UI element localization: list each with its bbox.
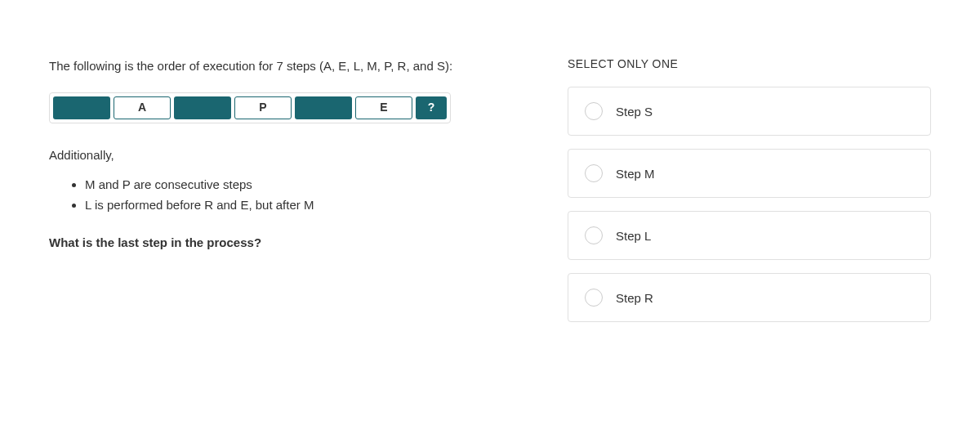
step-slot-6: E [355,96,412,119]
radio-icon [585,226,603,244]
step-slot-2: A [114,96,171,119]
clue-item: L is performed before R and E, but after… [85,196,502,215]
question-panel: The following is the order of execution … [49,57,502,335]
step-sequence: A P E ? [49,92,451,123]
additionally-label: Additionally, [49,146,502,165]
radio-icon [585,102,603,120]
answers-panel: SELECT ONLY ONE Step S Step M Step L Ste… [568,57,931,335]
step-slot-4: P [234,96,292,119]
radio-icon [585,164,603,182]
step-slot-5 [295,96,352,119]
answer-option-s[interactable]: Step S [568,87,931,136]
quiz-container: The following is the order of execution … [0,0,980,368]
answer-label: Step S [616,105,653,119]
answer-option-l[interactable]: Step L [568,211,931,260]
clue-list: M and P are consecutive steps L is perfo… [49,176,502,214]
step-slot-7: ? [416,96,447,119]
step-slot-1 [53,96,110,119]
answer-label: Step R [616,291,653,305]
question-prompt: What is the last step in the process? [49,234,502,253]
answer-label: Step M [616,167,655,181]
answer-instruction: SELECT ONLY ONE [568,57,931,70]
answer-option-m[interactable]: Step M [568,149,931,198]
question-intro: The following is the order of execution … [49,57,502,76]
answer-option-r[interactable]: Step R [568,273,931,322]
radio-icon [585,289,603,307]
answer-label: Step L [616,229,651,243]
clue-item: M and P are consecutive steps [85,176,502,195]
step-slot-3 [174,96,231,119]
